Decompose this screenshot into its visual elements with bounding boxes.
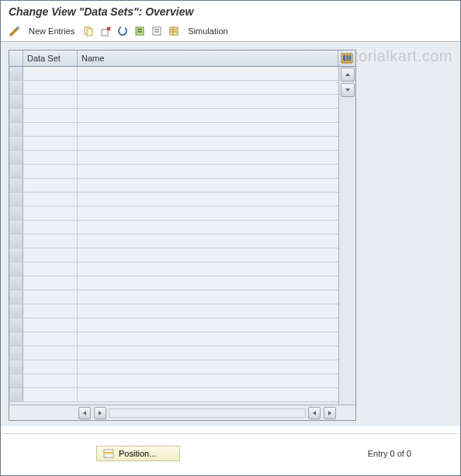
delete-icon[interactable]	[98, 23, 113, 39]
row-selector[interactable]	[9, 221, 23, 234]
cell-name[interactable]	[78, 207, 338, 220]
cell-data-set[interactable]	[23, 332, 78, 346]
scroll-right-button-2[interactable]	[324, 407, 336, 419]
table-row	[9, 304, 338, 318]
simulation-button[interactable]: Simulation	[183, 25, 232, 37]
cell-data-set[interactable]	[23, 318, 78, 332]
table-row	[9, 193, 338, 207]
table-row	[9, 109, 338, 123]
row-selector[interactable]	[9, 332, 23, 346]
cell-data-set[interactable]	[23, 346, 78, 360]
row-selector[interactable]	[9, 151, 23, 164]
scroll-left-button[interactable]	[78, 407, 91, 419]
row-selector[interactable]	[9, 67, 23, 80]
cell-name[interactable]	[78, 235, 338, 248]
cell-name[interactable]	[78, 304, 338, 318]
cell-name[interactable]	[78, 137, 338, 150]
table-row	[9, 346, 338, 360]
position-icon	[103, 449, 114, 458]
cell-name[interactable]	[78, 179, 338, 192]
row-selector[interactable]	[9, 95, 23, 108]
deselect-all-icon[interactable]	[149, 23, 165, 39]
cell-name[interactable]	[78, 290, 338, 304]
cell-name[interactable]	[78, 346, 338, 360]
row-selector[interactable]	[9, 109, 23, 122]
cell-name[interactable]	[78, 262, 338, 276]
table-settings-icon[interactable]	[166, 23, 182, 39]
cell-name[interactable]	[78, 151, 338, 164]
row-selector[interactable]	[9, 123, 23, 136]
column-header-data-set[interactable]: Data Set	[23, 50, 78, 66]
row-selector[interactable]	[9, 165, 23, 178]
undo-icon[interactable]	[115, 23, 130, 39]
cell-data-set[interactable]	[23, 276, 78, 290]
position-label: Position...	[119, 449, 156, 458]
cell-data-set[interactable]	[23, 374, 78, 387]
cell-name[interactable]	[78, 67, 338, 80]
cell-data-set[interactable]	[23, 151, 78, 164]
cell-name[interactable]	[78, 248, 338, 262]
row-selector[interactable]	[9, 388, 23, 401]
svg-rect-8	[154, 31, 159, 33]
cell-name[interactable]	[78, 388, 338, 401]
row-selector[interactable]	[9, 360, 23, 374]
cell-data-set[interactable]	[23, 235, 78, 248]
scroll-up-button[interactable]	[341, 68, 355, 82]
column-header-selector[interactable]	[9, 50, 23, 66]
row-selector[interactable]	[9, 81, 23, 94]
scroll-right-button[interactable]	[94, 407, 106, 419]
scroll-left-button-2[interactable]	[308, 407, 321, 419]
cell-data-set[interactable]	[23, 290, 78, 304]
cell-data-set[interactable]	[23, 95, 78, 108]
row-selector[interactable]	[9, 262, 23, 276]
row-selector[interactable]	[9, 193, 23, 206]
toggle-display-change-icon[interactable]	[7, 23, 23, 39]
cell-name[interactable]	[78, 318, 338, 332]
cell-name[interactable]	[78, 332, 338, 346]
cell-name[interactable]	[78, 374, 338, 387]
table-config-button[interactable]	[338, 50, 355, 66]
cell-data-set[interactable]	[23, 179, 78, 192]
cell-data-set[interactable]	[23, 81, 78, 94]
select-all-icon[interactable]	[132, 23, 147, 39]
column-header-name[interactable]: Name	[78, 50, 338, 66]
scroll-down-button[interactable]	[341, 83, 355, 97]
row-selector[interactable]	[9, 137, 23, 150]
cell-data-set[interactable]	[23, 388, 78, 401]
cell-name[interactable]	[78, 276, 338, 290]
hscroll-track[interactable]	[109, 408, 306, 418]
cell-data-set[interactable]	[23, 137, 78, 150]
row-selector[interactable]	[9, 304, 23, 318]
cell-data-set[interactable]	[23, 165, 78, 178]
cell-name[interactable]	[78, 81, 338, 94]
copy-icon[interactable]	[81, 23, 96, 39]
cell-name[interactable]	[78, 193, 338, 206]
row-selector[interactable]	[9, 276, 23, 290]
row-selector[interactable]	[9, 207, 23, 220]
row-selector[interactable]	[9, 235, 23, 248]
cell-name[interactable]	[78, 123, 338, 136]
row-selector[interactable]	[9, 346, 23, 360]
cell-name[interactable]	[78, 109, 338, 122]
cell-data-set[interactable]	[23, 67, 78, 80]
row-selector[interactable]	[9, 318, 23, 332]
cell-data-set[interactable]	[23, 360, 78, 374]
cell-name[interactable]	[78, 221, 338, 234]
cell-name[interactable]	[78, 360, 338, 374]
cell-data-set[interactable]	[23, 207, 78, 220]
row-selector[interactable]	[9, 290, 23, 304]
cell-data-set[interactable]	[23, 304, 78, 318]
row-selector[interactable]	[9, 248, 23, 262]
cell-data-set[interactable]	[23, 109, 78, 122]
row-selector[interactable]	[9, 374, 23, 387]
row-selector[interactable]	[9, 179, 23, 192]
cell-data-set[interactable]	[23, 262, 78, 276]
cell-data-set[interactable]	[23, 221, 78, 234]
new-entries-button[interactable]: New Entries	[24, 25, 79, 37]
cell-name[interactable]	[78, 165, 338, 178]
position-button[interactable]: Position...	[96, 446, 180, 461]
cell-data-set[interactable]	[23, 248, 78, 262]
cell-name[interactable]	[78, 95, 338, 108]
cell-data-set[interactable]	[23, 193, 78, 206]
cell-data-set[interactable]	[23, 123, 78, 136]
